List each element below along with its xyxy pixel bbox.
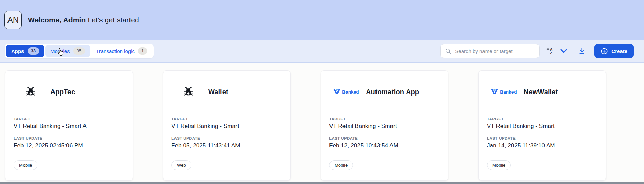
app-card-apptec[interactable]: Banked AppTec TARGET VT Retail Banking -… [5,70,133,181]
platform-badge: Mobile [487,160,511,170]
app-logo-box: Banked [14,86,48,98]
card-header: Banked Automation App [329,85,440,99]
tab-count-badge: 1 [138,47,147,55]
sort-az-icon: A Z [546,47,554,55]
header: AN Welcome, AdminLet's get started [0,0,644,40]
search-input[interactable] [455,48,539,54]
tab-bar: Apps 33 Modules 35 Transaction logic 1 [5,44,154,58]
app-card-grid: Banked AppTec TARGET VT Retail Banking -… [0,63,644,182]
target-label: TARGET [487,117,598,121]
target-value: VT Retail Banking - Smart [329,123,440,130]
app-card-wallet[interactable]: Banked Wallet TARGET VT Retail Banking -… [163,70,291,181]
target-value: VT Retail Banking - Smart [487,123,598,130]
tab-transaction-logic[interactable]: Transaction logic 1 [91,45,152,57]
tab-modules[interactable]: Modules 35 [45,45,90,57]
sort-az-button[interactable]: A Z [546,47,554,55]
avatar[interactable]: AN [4,11,22,29]
last-update-value: Feb 05, 2025 11:43:41 AM [171,142,282,149]
app-logo-box: Banked [487,89,521,95]
download-button[interactable] [578,47,585,55]
download-icon [578,47,585,55]
card-header: Banked NewWallet [487,85,598,99]
search-box[interactable] [440,44,540,58]
last-update-label: LAST UPDATE [171,136,282,140]
app-title: NewWallet [524,88,558,96]
create-button-label: Create [611,48,627,54]
app-card-automation-app[interactable]: Banked Automation App TARGET VT Retail B… [321,70,448,181]
target-label: TARGET [14,117,124,121]
banked-wordmark: Banked [500,89,517,95]
app-title: Automation App [366,88,419,96]
tab-label: Apps [11,48,24,54]
app-logo-box: Banked [171,86,205,98]
target-value: VT Retail Banking - Smart [171,123,282,130]
svg-text:Z: Z [550,51,552,55]
plus-circle-icon [601,48,608,55]
toolbar-controls: A Z [440,44,634,58]
card-header: Banked AppTec [14,85,124,99]
toolbar: Apps 33 Modules 35 Transaction logic 1 A [0,40,644,63]
last-update-value: Feb 12, 2025 10:43:54 AM [329,142,440,149]
platform-badge: Mobile [329,160,353,170]
tab-apps[interactable]: Apps 33 [6,45,44,57]
target-label: TARGET [329,117,440,121]
banked-wordmark: Banked [342,89,359,95]
app-title: Wallet [208,88,228,96]
last-update-value: Jan 14, 2025 11:39:10 AM [487,142,598,149]
tab-count-badge: 33 [28,47,39,55]
search-icon [445,48,451,54]
bug-icon [183,86,194,98]
horizontal-scrollbar[interactable] [0,182,644,184]
last-update-label: LAST UPDATE [329,136,440,140]
last-update-label: LAST UPDATE [14,136,124,140]
target-value: VT Retail Banking - Smart A [14,123,124,130]
welcome-name: Welcome, Admin [28,16,86,24]
last-update-label: LAST UPDATE [487,136,598,140]
tab-count-badge: 35 [73,47,85,55]
app-window: AN Welcome, AdminLet's get started Apps … [0,0,644,184]
app-title: AppTec [50,88,75,96]
target-label: TARGET [171,117,282,121]
svg-text:A: A [550,48,552,51]
sort-options-button[interactable] [560,49,567,53]
banked-logo: Banked [491,89,517,95]
platform-badge: Mobile [14,160,37,170]
banked-logo: Banked [333,89,359,95]
platform-badge: Web [171,160,191,170]
page-title: Welcome, AdminLet's get started [28,16,139,24]
app-logo-box: Banked [329,89,363,95]
tab-label: Transaction logic [96,48,135,54]
chevron-down-icon [560,49,567,53]
last-update-value: Feb 12, 2025 02:45:06 PM [14,142,124,149]
welcome-subtitle: Let's get started [88,16,139,24]
card-header: Banked Wallet [171,85,282,99]
bug-icon [25,86,36,98]
create-button[interactable]: Create [594,44,634,58]
banked-v-icon [491,89,498,95]
app-card-newwallet[interactable]: Banked NewWallet TARGET VT Retail Bankin… [478,70,606,181]
banked-v-icon [333,89,340,95]
tab-label: Modules [50,48,70,54]
